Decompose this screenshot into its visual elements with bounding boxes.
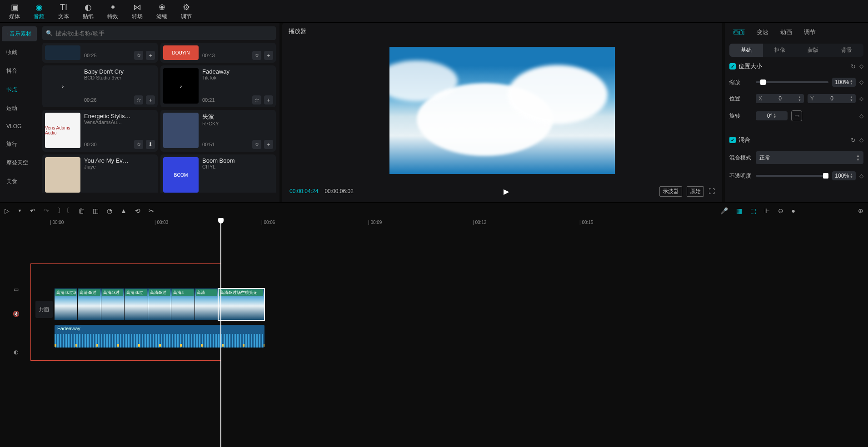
nav-item[interactable]: 运动 bbox=[2, 101, 37, 116]
video-clip[interactable]: 高清 bbox=[195, 288, 218, 320]
music-card[interactable]: ♪ Baby Don't CryBCD Studio 9ver 00:26☆＋ bbox=[42, 65, 158, 107]
fullscreen-icon[interactable]: ⛶ bbox=[708, 188, 715, 195]
props-tab[interactable]: 动画 bbox=[780, 28, 792, 36]
blend-mode-select[interactable]: 正常▲▼ bbox=[756, 151, 863, 164]
video-clip[interactable]: 高清4k过场空镜头无 bbox=[218, 288, 264, 320]
video-clip[interactable]: 高清4k过 bbox=[148, 288, 171, 320]
zoom-fit-icon[interactable]: ⊕ bbox=[858, 207, 863, 214]
nav-item[interactable]: 卡点 bbox=[2, 82, 37, 97]
music-card[interactable]: DOUYIN 00:43☆＋ bbox=[160, 43, 276, 63]
track-toggle-icon[interactable]: ▭ bbox=[14, 286, 19, 293]
playhead[interactable] bbox=[220, 219, 221, 447]
rotate-icon[interactable]: ⟲ bbox=[135, 207, 140, 214]
star-icon[interactable]: ☆ bbox=[134, 95, 143, 104]
tool-调节[interactable]: ⚙调节 bbox=[181, 3, 192, 20]
star-icon[interactable]: ☆ bbox=[134, 140, 143, 149]
plus-icon[interactable]: ＋ bbox=[264, 51, 273, 60]
play-button[interactable]: ▶ bbox=[504, 187, 509, 196]
star-icon[interactable]: ☆ bbox=[252, 95, 261, 104]
pointer-tool-icon[interactable]: ▷ bbox=[5, 207, 10, 214]
nav-item[interactable]: 抖音 bbox=[2, 64, 37, 79]
keyframe-icon[interactable]: ◇ bbox=[859, 95, 863, 102]
timeline-body[interactable]: ▭ 🔇 ◐ 封面 高清4k过场空高清4k过高清4k过高清4k过高清4k过高清4高… bbox=[0, 227, 868, 447]
music-card[interactable]: Vens Adams Audio Energetic Stylis…VensAd… bbox=[42, 110, 158, 152]
audio-track[interactable]: Fadeaway bbox=[55, 325, 264, 348]
music-card[interactable]: You Are My Ev…Jiaye bbox=[42, 154, 158, 193]
music-card[interactable]: 00:25☆＋ bbox=[42, 43, 158, 63]
keyframe-icon[interactable]: ◇ bbox=[859, 63, 863, 70]
props-tab[interactable]: 调节 bbox=[804, 28, 816, 36]
position-y[interactable]: Y0▲▼ bbox=[808, 94, 856, 103]
plus-icon[interactable]: ＋ bbox=[146, 95, 155, 104]
speed-icon[interactable]: ◔ bbox=[107, 207, 112, 214]
crop2-icon[interactable]: ✂ bbox=[149, 207, 154, 214]
tool-转场[interactable]: ⋈转场 bbox=[132, 3, 143, 20]
video-track[interactable]: 高清4k过场空高清4k过高清4k过高清4k过高清4k过高清4高清高清4k过场空镜… bbox=[55, 288, 264, 320]
music-card[interactable]: 失波R7CKY 00:51☆＋ bbox=[160, 110, 276, 152]
zoom-out-icon[interactable]: ⊖ bbox=[778, 207, 783, 214]
mirror-icon[interactable]: ▲ bbox=[120, 207, 127, 214]
nav-item[interactable]: 摩登天空 bbox=[2, 155, 37, 170]
props-tab[interactable]: 变速 bbox=[757, 28, 768, 36]
scope-button[interactable]: 示波器 bbox=[659, 186, 682, 197]
plus-icon[interactable]: ＋ bbox=[264, 95, 273, 104]
aspect-lock-icon[interactable]: ▭ bbox=[791, 110, 802, 121]
video-clip[interactable]: 高清4k过 bbox=[78, 288, 101, 320]
undo-icon[interactable]: ↶ bbox=[30, 207, 35, 214]
opacity-slider[interactable] bbox=[756, 175, 828, 177]
video-clip[interactable]: 高清4k过场空 bbox=[55, 288, 78, 320]
props-subtab[interactable]: 基础 bbox=[729, 44, 763, 57]
mic-icon[interactable]: 🎤 bbox=[720, 207, 728, 214]
star-icon[interactable]: ☆ bbox=[134, 51, 143, 60]
music-search[interactable]: 🔍 bbox=[42, 26, 276, 40]
props-tab[interactable]: 画面 bbox=[733, 28, 745, 36]
preview-canvas[interactable] bbox=[282, 40, 722, 180]
plus-icon[interactable]: ＋ bbox=[146, 51, 155, 60]
redo-icon[interactable]: ↷ bbox=[44, 207, 49, 214]
align-icon[interactable]: ⊩ bbox=[764, 207, 770, 214]
nav-item[interactable]: VLOG bbox=[2, 119, 37, 133]
effects-track-icon[interactable]: ◐ bbox=[14, 349, 18, 355]
reset-icon[interactable]: ↻ bbox=[851, 137, 856, 144]
keyframe-icon[interactable]: ◇ bbox=[859, 137, 863, 144]
delete-icon[interactable]: 🗑 bbox=[78, 207, 85, 214]
props-subtab[interactable]: 背景 bbox=[830, 44, 863, 57]
scale-slider[interactable] bbox=[756, 81, 828, 83]
video-clip[interactable]: 高清4 bbox=[171, 288, 195, 320]
nav-item[interactable]: 旅行 bbox=[2, 137, 37, 152]
scale-value[interactable]: 100%▲▼ bbox=[832, 78, 856, 87]
props-subtab[interactable]: 蒙版 bbox=[797, 44, 830, 57]
plus-icon[interactable]: ＋ bbox=[264, 140, 273, 149]
tool-文本[interactable]: TI文本 bbox=[58, 3, 69, 20]
crop-icon[interactable]: ◫ bbox=[93, 207, 99, 214]
checkbox-position[interactable]: ✓ bbox=[729, 63, 736, 70]
magnet-icon[interactable]: ▦ bbox=[736, 207, 742, 214]
search-input[interactable] bbox=[55, 30, 272, 37]
tool-音频[interactable]: ◉音频 bbox=[34, 3, 45, 20]
nav-item[interactable]: · 音乐素材 bbox=[2, 26, 37, 41]
split-icon[interactable]: 〕〔 bbox=[57, 207, 70, 215]
timeline-ruler[interactable]: | 00:00| 00:03| 00:06| 00:09| 00:12| 00:… bbox=[32, 219, 868, 227]
rotate-value[interactable]: 0°▲▼ bbox=[756, 111, 788, 120]
tool-媒体[interactable]: ▣媒体 bbox=[9, 3, 20, 20]
opacity-value[interactable]: 100%▲▼ bbox=[832, 171, 856, 180]
link-icon[interactable]: ⬚ bbox=[750, 207, 756, 214]
position-x[interactable]: X0▲▼ bbox=[756, 94, 804, 103]
video-clip[interactable]: 高清4k过 bbox=[125, 288, 148, 320]
keyframe-icon[interactable]: ◇ bbox=[859, 173, 863, 179]
tool-滤镜[interactable]: ❀滤镜 bbox=[156, 3, 167, 20]
checkbox-blend[interactable]: ✓ bbox=[729, 137, 736, 143]
tool-贴纸[interactable]: ◐贴纸 bbox=[83, 3, 94, 20]
dropdown-icon[interactable]: ▼ bbox=[18, 209, 22, 213]
star-icon[interactable]: ☆ bbox=[252, 140, 261, 149]
mute-icon[interactable]: 🔇 bbox=[13, 311, 20, 317]
zoom-slider-icon[interactable]: ● bbox=[792, 207, 795, 214]
keyframe-icon[interactable]: ◇ bbox=[859, 79, 863, 85]
music-card[interactable]: ♪ FadeawayTikTok 00:21☆＋ bbox=[160, 65, 276, 107]
video-clip[interactable]: 高清4k过 bbox=[101, 288, 125, 320]
music-card[interactable]: BOOM Boom BoomCHYL bbox=[160, 154, 276, 193]
star-icon[interactable]: ☆ bbox=[252, 51, 261, 60]
download-icon[interactable]: ⬇ bbox=[146, 140, 155, 149]
cover-button[interactable]: 封面 bbox=[35, 301, 53, 318]
reset-icon[interactable]: ↻ bbox=[851, 63, 856, 70]
